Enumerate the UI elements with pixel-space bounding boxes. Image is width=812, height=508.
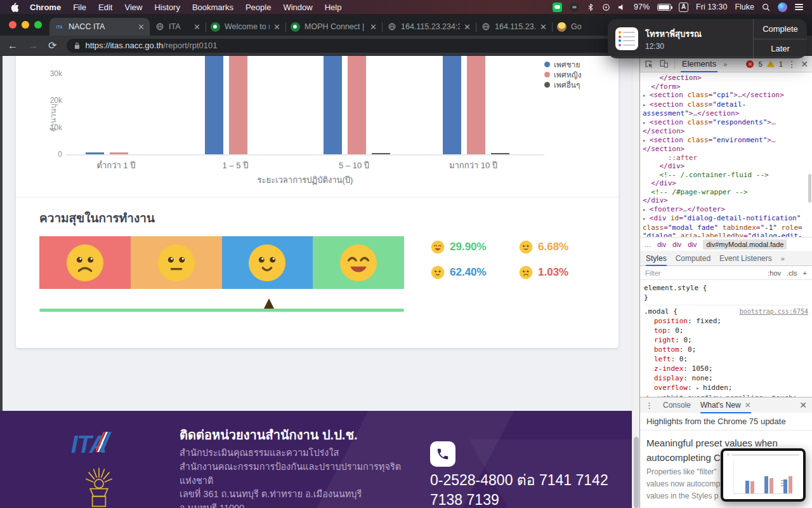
- address-bar[interactable]: https://itas.nacc.go.th/report/rpt0101: [67, 39, 617, 53]
- css-property[interactable]: top: 0;: [644, 326, 808, 335]
- menu-window[interactable]: Window: [283, 3, 312, 12]
- volume-icon[interactable]: [618, 4, 626, 11]
- menu-file[interactable]: File: [73, 3, 86, 12]
- close-tab-icon[interactable]: ✕: [138, 22, 145, 32]
- css-property[interactable]: left: 0;: [644, 354, 808, 364]
- menu-username[interactable]: Fluke: [735, 3, 754, 11]
- dom-tree-line[interactable]: </section>: [643, 127, 811, 136]
- more-styles-tabs-icon[interactable]: »: [781, 255, 785, 262]
- css-property[interactable]: -webkit-overflow-scrolling: touch;: [644, 393, 808, 397]
- devtools-close-button[interactable]: ✕: [801, 59, 808, 69]
- expand-arrow-icon[interactable]: ▸: [696, 385, 703, 391]
- close-tab-icon[interactable]: ✕: [193, 22, 200, 32]
- css-selector[interactable]: .modal {bootstrap.css:6754: [644, 307, 808, 316]
- css-property[interactable]: display: none;: [644, 373, 808, 383]
- dom-tree-line[interactable]: ▸ <div id="dialog-detail-notification": [643, 214, 811, 224]
- menu-edit[interactable]: Edit: [98, 3, 112, 12]
- breadcrumb-item[interactable]: …: [644, 241, 651, 248]
- dom-tree-line[interactable]: </section>: [643, 74, 811, 83]
- dom-tree-line[interactable]: <!-- /.container-fluid -->: [643, 171, 811, 180]
- styles-tab-styles[interactable]: Styles: [646, 251, 667, 266]
- input-source-icon[interactable]: A: [679, 3, 688, 12]
- screenshot-preview-thumbnail[interactable]: [721, 448, 806, 502]
- inspect-element-icon[interactable]: [644, 59, 653, 69]
- bluetooth-icon[interactable]: [587, 3, 594, 11]
- css-rule[interactable]: .modal {bootstrap.css:6754position: fixe…: [644, 305, 808, 397]
- breadcrumb-item[interactable]: div: [688, 241, 697, 248]
- dom-tree-line[interactable]: </section>: [643, 145, 811, 154]
- menu-view[interactable]: View: [124, 3, 142, 12]
- browser-tab-moph-connect-[interactable]: MOPH Connect |✕: [285, 18, 382, 36]
- reload-button[interactable]: ⟳: [48, 39, 56, 51]
- dom-tree-line[interactable]: </div>: [643, 196, 811, 205]
- stylesheet-link[interactable]: bootstrap.css:6754: [740, 307, 808, 316]
- breadcrumb-item[interactable]: div: [657, 241, 666, 248]
- menu-bookmarks[interactable]: Bookmarks: [192, 3, 233, 12]
- css-property[interactable]: position: fixed;: [644, 316, 808, 326]
- close-tab-icon[interactable]: ✕: [370, 22, 377, 32]
- dom-tree-line[interactable]: ▸ <section class="environment">…: [643, 136, 811, 145]
- new-style-rule-button[interactable]: +: [803, 269, 807, 277]
- menu-history[interactable]: History: [154, 3, 180, 12]
- browser-tab-164-115-23-234-3[interactable]: 164.115.23.234:3✕: [382, 18, 476, 36]
- dom-tree-line[interactable]: ▸ <footer>…</footer>: [643, 205, 811, 215]
- styles-tab-event-listeners[interactable]: Event Listeners: [719, 251, 772, 266]
- breadcrumb-item[interactable]: div: [672, 241, 681, 248]
- css-property[interactable]: bottom: 0;: [644, 345, 808, 354]
- menu-clock[interactable]: Fri 13:30: [696, 3, 727, 11]
- dom-tree-line[interactable]: assessment">…</section>: [643, 109, 811, 118]
- happiness-slider-marker[interactable]: [264, 298, 274, 309]
- drawer-menu-icon[interactable]: ⋮: [645, 401, 653, 410]
- dom-tree-line[interactable]: </form>: [643, 83, 811, 91]
- close-tab-icon[interactable]: ✕: [464, 22, 471, 32]
- zoom-window-button[interactable]: [34, 21, 42, 29]
- notification-complete-button[interactable]: Complete: [754, 19, 807, 39]
- browser-tab-nacc-ita[interactable]: ITANACC ITA✕: [49, 18, 150, 36]
- close-tab-icon[interactable]: ✕: [540, 22, 547, 32]
- legend-item[interactable]: เพศอื่นๆ: [544, 79, 582, 90]
- menu-help[interactable]: Help: [325, 3, 342, 12]
- drawer-tab-what-s-new[interactable]: What's New✕: [700, 398, 751, 413]
- browser-tab-ita[interactable]: ITA✕: [150, 18, 206, 36]
- dom-tree-line[interactable]: ▸ <section class="respondents">…: [643, 118, 811, 128]
- dom-tree-line[interactable]: </div>: [643, 179, 811, 188]
- creative-cloud-icon[interactable]: ∞: [570, 3, 579, 12]
- devtools-scrollbar-thumb[interactable]: [808, 174, 811, 203]
- menu-chrome[interactable]: Chrome: [30, 3, 61, 12]
- dom-tree-line[interactable]: class="modal fade" tabindex="-1" role=: [643, 224, 811, 232]
- dom-tree-line[interactable]: ▸ <section class="detail-: [643, 100, 811, 110]
- notification-later-button[interactable]: Later: [754, 39, 807, 59]
- menu-people[interactable]: People: [246, 3, 271, 12]
- notification-center-icon[interactable]: [795, 4, 803, 10]
- css-selector[interactable]: element.style {: [644, 283, 808, 293]
- sync-icon[interactable]: [602, 3, 610, 11]
- device-toolbar-icon[interactable]: [659, 59, 669, 69]
- page-scrollbar[interactable]: [632, 56, 639, 508]
- breadcrumb-item[interactable]: div#myModal.modal.fade: [703, 239, 787, 250]
- back-button[interactable]: ←: [8, 40, 18, 51]
- warning-count[interactable]: 1: [779, 60, 783, 68]
- css-property[interactable]: overflow: ▸ hidden;: [644, 383, 808, 393]
- spotlight-icon[interactable]: [762, 3, 770, 11]
- dom-tree-line[interactable]: ▸ <section class="cpi">…</section>: [643, 91, 811, 100]
- devtools-menu-icon[interactable]: ⋮: [787, 59, 796, 69]
- class-toggle[interactable]: .cls: [787, 269, 797, 277]
- dom-tree-line[interactable]: </div>: [643, 162, 811, 171]
- dom-tree-line[interactable]: "dialog" aria-labelledby="dialog-edit-: [643, 232, 811, 237]
- dom-tree-line[interactable]: ::after: [643, 154, 811, 163]
- scrollbar-thumb[interactable]: [634, 437, 639, 508]
- apple-icon[interactable]: [10, 3, 19, 12]
- siri-icon[interactable]: [778, 3, 787, 12]
- drawer-tab-console[interactable]: Console: [663, 398, 691, 413]
- line-app-icon[interactable]: [553, 3, 562, 12]
- browser-tab-164-115-23-234-3[interactable]: 164.115.23.234:3✕: [476, 18, 552, 36]
- dom-tree-line[interactable]: <!-- /#page-wrapper -->: [643, 188, 811, 197]
- css-property[interactable]: right: 0;: [644, 335, 808, 345]
- close-tab-icon[interactable]: ✕: [273, 22, 280, 32]
- css-property[interactable]: z-index: 1050;: [644, 364, 808, 373]
- browser-tab-welcome-to-ne[interactable]: Welcome to ne✕: [206, 18, 285, 36]
- drawer-close-button[interactable]: ✕: [799, 400, 807, 410]
- forward-button[interactable]: →: [28, 40, 38, 51]
- lock-icon[interactable]: [74, 42, 80, 50]
- styles-filter-input[interactable]: Filter: [645, 269, 660, 277]
